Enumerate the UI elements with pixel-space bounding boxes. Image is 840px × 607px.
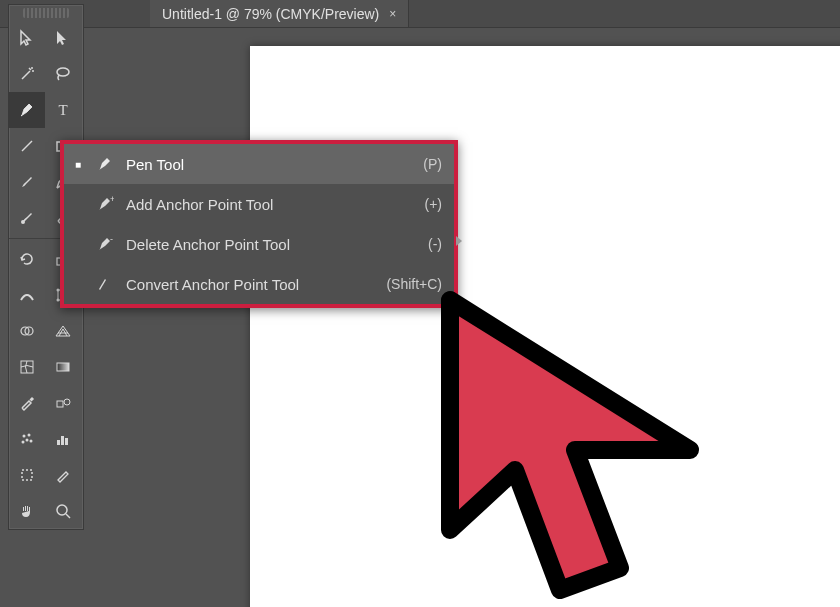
tab-bar: Untitled-1 @ 79% (CMYK/Preview) × <box>0 0 840 28</box>
flyout-shortcut: (P) <box>423 156 442 172</box>
svg-rect-25 <box>61 436 64 445</box>
mesh-tool[interactable] <box>9 349 45 385</box>
pen-icon <box>94 155 116 173</box>
tab-title: Untitled-1 @ 79% (CMYK/Preview) <box>162 6 379 22</box>
svg-text:T: T <box>58 102 67 118</box>
svg-text:+: + <box>110 195 114 204</box>
direct-selection-tool[interactable] <box>45 20 81 56</box>
symbol-sprayer-tool[interactable] <box>9 421 45 457</box>
artboard-tool[interactable] <box>9 457 45 493</box>
flyout-label: Delete Anchor Point Tool <box>126 236 418 253</box>
shape-builder-tool[interactable] <box>9 313 45 349</box>
svg-point-28 <box>57 505 67 515</box>
pen-minus-icon: - <box>94 235 116 253</box>
flyout-shortcut: (+) <box>425 196 443 212</box>
gradient-tool[interactable] <box>45 349 81 385</box>
document-tab[interactable]: Untitled-1 @ 79% (CMYK/Preview) × <box>150 0 409 27</box>
flyout-delete-anchor-tool[interactable]: - Delete Anchor Point Tool (-) <box>64 224 454 264</box>
hand-tool[interactable] <box>9 493 45 529</box>
svg-point-18 <box>64 399 70 405</box>
rotate-tool[interactable] <box>9 241 45 277</box>
svg-point-22 <box>22 441 25 444</box>
lasso-tool[interactable] <box>45 56 81 92</box>
flyout-convert-anchor-tool[interactable]: Convert Anchor Point Tool (Shift+C) <box>64 264 454 304</box>
flyout-shortcut: (-) <box>428 236 442 252</box>
blob-brush-tool[interactable] <box>9 200 45 236</box>
selected-marker-icon: ■ <box>72 159 84 170</box>
svg-point-0 <box>57 68 69 76</box>
paintbrush-tool[interactable] <box>9 164 45 200</box>
blend-tool[interactable] <box>45 385 81 421</box>
svg-text:-: - <box>110 235 113 244</box>
flyout-label: Pen Tool <box>126 156 413 173</box>
flyout-label: Add Anchor Point Tool <box>126 196 415 213</box>
flyout-pen-tool[interactable]: ■ Pen Tool (P) <box>64 144 454 184</box>
width-tool[interactable] <box>9 277 45 313</box>
svg-point-4 <box>21 220 25 224</box>
zoom-tool[interactable] <box>45 493 81 529</box>
line-segment-tool[interactable] <box>9 128 45 164</box>
svg-point-23 <box>30 440 33 443</box>
svg-point-19 <box>23 435 26 438</box>
perspective-grid-tool[interactable] <box>45 313 81 349</box>
svg-rect-16 <box>57 363 69 371</box>
selection-tool[interactable] <box>9 20 45 56</box>
pen-tool-flyout: ■ Pen Tool (P) + Add Anchor Point Tool (… <box>60 140 458 308</box>
svg-line-29 <box>66 514 70 518</box>
svg-line-2 <box>22 141 32 151</box>
column-graph-tool[interactable] <box>45 421 81 457</box>
pen-plus-icon: + <box>94 195 116 213</box>
svg-point-20 <box>28 434 31 437</box>
svg-rect-17 <box>57 401 63 407</box>
toolbox-grip[interactable] <box>23 8 69 18</box>
pen-tool[interactable] <box>9 92 45 128</box>
flyout-tearoff-arrow-icon[interactable] <box>456 236 462 246</box>
slice-tool[interactable] <box>45 457 81 493</box>
tab-close-icon[interactable]: × <box>389 7 396 21</box>
eyedropper-tool[interactable] <box>9 385 45 421</box>
convert-anchor-icon <box>94 275 116 293</box>
flyout-add-anchor-tool[interactable]: + Add Anchor Point Tool (+) <box>64 184 454 224</box>
magic-wand-tool[interactable] <box>9 56 45 92</box>
svg-rect-24 <box>57 440 60 445</box>
svg-rect-26 <box>65 438 68 445</box>
svg-rect-15 <box>21 361 33 373</box>
svg-rect-27 <box>22 470 32 480</box>
large-cursor-graphic <box>430 290 770 607</box>
flyout-label: Convert Anchor Point Tool <box>126 276 376 293</box>
type-tool[interactable]: T <box>45 92 81 128</box>
svg-point-21 <box>26 439 29 442</box>
